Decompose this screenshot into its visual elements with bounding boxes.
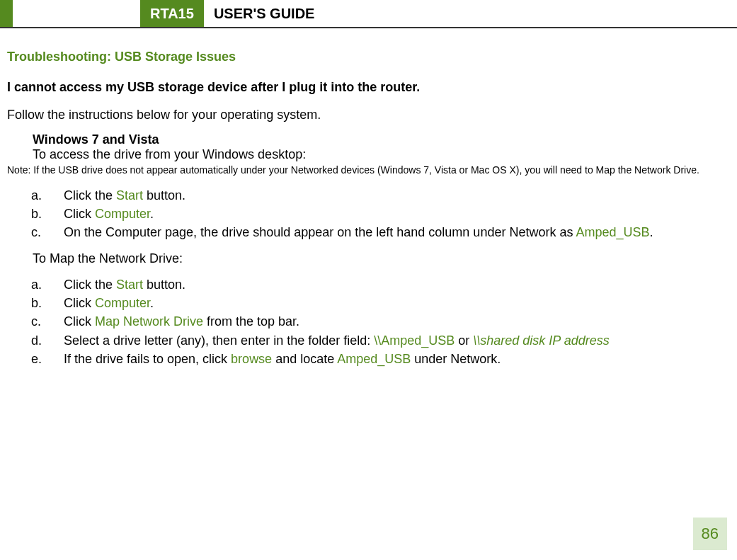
list-marker: c.: [7, 313, 64, 330]
intro-text: Follow the instructions below for your o…: [7, 108, 730, 122]
section-title: Troubleshooting: USB Storage Issues: [7, 50, 730, 64]
text: and locate: [272, 352, 337, 366]
map-heading: To Map the Network Drive:: [7, 251, 730, 266]
ui-term: Amped_USB: [337, 352, 411, 366]
list-item: b. Click Computer.: [7, 295, 730, 312]
list-content: On the Computer page, the drive should a…: [64, 224, 730, 241]
list-content: Click the Start button.: [64, 187, 730, 204]
list-marker: d.: [7, 332, 64, 349]
page-content: Troubleshooting: USB Storage Issues I ca…: [0, 28, 737, 367]
ui-term-italic: \\shared disk IP address: [473, 333, 609, 348]
header-edge: [0, 0, 13, 27]
list-marker: b.: [7, 295, 64, 312]
ui-term: Start: [116, 188, 143, 202]
list-marker: c.: [7, 224, 64, 241]
text: .: [650, 225, 653, 239]
text: button.: [143, 188, 185, 202]
ui-term: browse: [231, 352, 272, 366]
os-heading: Windows 7 and Vista: [33, 132, 730, 147]
text: button.: [143, 278, 185, 292]
text: .: [150, 296, 154, 310]
text: Select a drive letter (any), then enter …: [64, 333, 374, 348]
ui-term: Computer: [95, 207, 150, 221]
list-content: Select a drive letter (any), then enter …: [64, 332, 730, 349]
text: If the drive fails to open, click: [64, 352, 231, 366]
ui-term: Computer: [95, 296, 150, 310]
list-item: a. Click the Start button.: [7, 276, 730, 293]
list-marker: a.: [7, 276, 64, 293]
list-marker: b.: [7, 205, 64, 222]
text: Click: [64, 207, 95, 221]
steps-list-1: a. Click the Start button. b. Click Comp…: [7, 187, 730, 241]
text: On the Computer page, the drive should a…: [64, 225, 576, 239]
text: .: [150, 207, 154, 221]
text: Click: [64, 296, 95, 310]
list-marker: a.: [7, 187, 64, 204]
os-intro: To access the drive from your Windows de…: [33, 147, 730, 162]
ui-term: Amped_USB: [576, 225, 649, 239]
list-content: Click Map Network Drive from the top bar…: [64, 313, 730, 330]
list-item: d. Select a drive letter (any), then ent…: [7, 332, 730, 349]
page-header: RTA15 USER'S GUIDE: [0, 0, 737, 28]
list-content: Click the Start button.: [64, 276, 730, 293]
os-section: Windows 7 and Vista To access the drive …: [7, 132, 730, 162]
page-number: 86: [693, 518, 727, 550]
list-item: c. On the Computer page, the drive shoul…: [7, 224, 730, 241]
list-item: c. Click Map Network Drive from the top …: [7, 313, 730, 330]
list-content: Click Computer.: [64, 205, 730, 222]
text: under Network.: [411, 352, 501, 366]
list-item: e. If the drive fails to open, click bro…: [7, 350, 730, 367]
text: or: [455, 333, 473, 348]
list-content: Click Computer.: [64, 295, 730, 312]
list-item: b. Click Computer.: [7, 205, 730, 222]
text: Click the: [64, 188, 116, 202]
list-content: If the drive fails to open, click browse…: [64, 350, 730, 367]
text: from the top bar.: [203, 314, 299, 328]
note-text: Note: If the USB drive does not appear a…: [7, 164, 730, 177]
text: Click: [64, 314, 95, 328]
ui-term: Start: [116, 278, 143, 292]
list-item: a. Click the Start button.: [7, 187, 730, 204]
text: Click the: [64, 278, 116, 292]
doc-title: USER'S GUIDE: [204, 0, 325, 27]
header-spacer: [13, 0, 140, 27]
issue-heading: I cannot access my USB storage device af…: [7, 80, 730, 95]
ui-term: Map Network Drive: [95, 314, 203, 328]
list-marker: e.: [7, 350, 64, 367]
ui-term: \\Amped_USB: [374, 333, 455, 348]
steps-list-2: a. Click the Start button. b. Click Comp…: [7, 276, 730, 367]
product-badge: RTA15: [140, 0, 204, 27]
